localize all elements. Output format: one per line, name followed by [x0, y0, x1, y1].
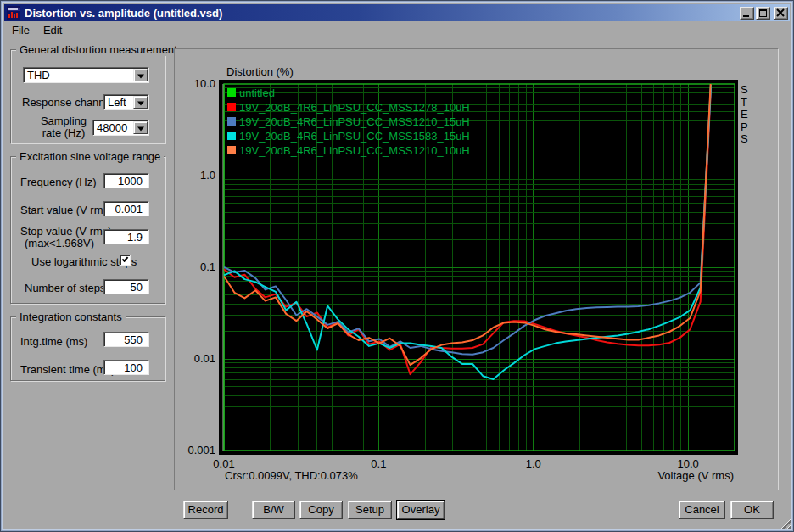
legend-label: 19V_20dB_4R6_LinPSU_CC_MSS1210_10uH [239, 144, 470, 157]
minimize-icon [743, 15, 749, 17]
response-channel-label: Response channel [22, 96, 114, 109]
number-of-steps-label: Number of steps [25, 282, 105, 294]
sampling-rate-value: 48000 [93, 121, 132, 134]
resize-grip[interactable] [780, 518, 791, 529]
group-excitation-title: Excitation sine voltage range [16, 150, 164, 163]
legend-color-swatch [227, 117, 236, 126]
chevron-down-icon [137, 101, 144, 105]
ok-button[interactable]: OK [730, 501, 774, 519]
response-channel-value: Left [104, 96, 132, 109]
response-channel-combo[interactable]: Left [103, 94, 149, 110]
response-channel-dropdown-button[interactable] [133, 96, 148, 109]
frequency-label: Frequency (Hz) [20, 176, 97, 188]
legend-label: 19V_20dB_4R6_LinPSU_CC_MSS1583_15uH [239, 130, 470, 143]
frequency-input[interactable] [103, 173, 149, 188]
chevron-down-icon [137, 126, 144, 131]
stop-value-input[interactable] [103, 229, 149, 244]
legend-label: 19V_20dB_4R6_LinPSU_CC_MSS1210_15uH [239, 115, 470, 128]
transient-time-input[interactable] [103, 360, 149, 375]
title-bar[interactable]: Distortion vs. amplitude (untitled.vsd) [4, 4, 790, 21]
cancel-button[interactable]: Cancel [679, 501, 725, 519]
log-steps-checkbox[interactable] [120, 255, 131, 266]
maximize-button[interactable] [756, 7, 770, 20]
sampling-rate-combo[interactable]: 48000 [92, 120, 149, 136]
overlay-button[interactable]: Overlay [397, 501, 445, 519]
stop-value-label: Stop value (V rms) [20, 225, 112, 238]
steps-side-letter: S [741, 83, 748, 96]
sampling-rate-dropdown-button[interactable] [133, 121, 148, 134]
group-integration-title: Integration constants [16, 311, 126, 323]
maximize-icon [759, 9, 767, 17]
x-tick-label: 10.0 [677, 457, 698, 470]
chart-title: Distortion (%) [226, 65, 294, 78]
menu-bar: File Edit [4, 21, 790, 38]
legend-item: 19V_20dB_4R6_LinPSU_CC_MSS1210_10uH [227, 143, 470, 157]
menu-file[interactable]: File [6, 22, 36, 38]
y-tick-label: 10.0 [175, 77, 215, 90]
transient-time-label: Transient time (ms) [20, 363, 115, 376]
chart-panel: Distortion (%) untitled19V_20dB_4R6_LinP… [174, 48, 779, 490]
measurement-type-combo[interactable]: THD [23, 67, 149, 83]
legend-color-swatch [227, 88, 236, 97]
legend-color-swatch [227, 146, 236, 154]
menu-edit[interactable]: Edit [37, 22, 68, 38]
legend-item: 19V_20dB_4R6_LinPSU_CC_MSS1278_10uH [227, 100, 470, 114]
y-tick-label: 0.1 [175, 260, 215, 273]
y-tick-label: 0.001 [175, 444, 215, 456]
x-tick-label: 0.01 [213, 457, 234, 470]
steps-side-letter: T [741, 96, 747, 109]
y-tick-label: 0.01 [175, 352, 215, 365]
measurement-type-value: THD [24, 69, 132, 81]
app-icon [7, 6, 20, 20]
x-tick-label: 1.0 [526, 457, 541, 470]
x-tick-label: 0.1 [371, 457, 386, 470]
chevron-down-icon [137, 74, 144, 78]
copy-button[interactable]: Copy [299, 501, 343, 519]
legend-color-swatch [227, 103, 236, 111]
record-button[interactable]: Record [183, 501, 228, 519]
intg-time-input[interactable] [103, 332, 149, 347]
intg-time-label: Intg.time (ms) [20, 335, 87, 348]
bw-button[interactable]: B/W [252, 501, 295, 519]
setup-button[interactable]: Setup [348, 501, 392, 519]
minimize-button[interactable] [740, 7, 754, 20]
window-title: Distortion vs. amplitude (untitled.vsd) [23, 7, 738, 20]
steps-side-letter: P [741, 120, 748, 133]
group-general-title: General distortion measurement [16, 43, 181, 56]
window: Distortion vs. amplitude (untitled.vsd) … [0, 0, 794, 532]
start-value-input[interactable] [103, 201, 149, 216]
sampling-rate-label: Samplingrate (Hz) [38, 115, 89, 139]
start-value-label: Start value (V rms) [20, 204, 112, 216]
steps-side-letter: E [741, 108, 748, 120]
number-of-steps-input[interactable] [103, 279, 149, 294]
measurement-type-dropdown-button[interactable] [133, 69, 148, 81]
cursor-readout: Crsr:0.0099V, THD:0.073% [225, 469, 358, 482]
x-axis-label: Voltage (V rms) [657, 469, 734, 482]
legend-item: 19V_20dB_4R6_LinPSU_CC_MSS1210_15uH [227, 115, 470, 128]
close-icon [776, 8, 786, 18]
plot-area: untitled19V_20dB_4R6_LinPSU_CC_MSS1278_1… [219, 80, 738, 455]
steps-side-letter: S [741, 132, 748, 145]
legend-color-swatch [227, 132, 236, 140]
legend-label: untitled [239, 87, 275, 99]
legend-item: untitled [227, 86, 275, 99]
legend-item: 19V_20dB_4R6_LinPSU_CC_MSS1583_15uH [227, 129, 470, 143]
close-button[interactable] [774, 7, 788, 20]
stop-value-max-label: (max<1.968V) [25, 237, 94, 249]
y-tick-label: 1.0 [175, 169, 215, 182]
check-icon [122, 255, 129, 262]
legend-label: 19V_20dB_4R6_LinPSU_CC_MSS1278_10uH [239, 101, 470, 114]
